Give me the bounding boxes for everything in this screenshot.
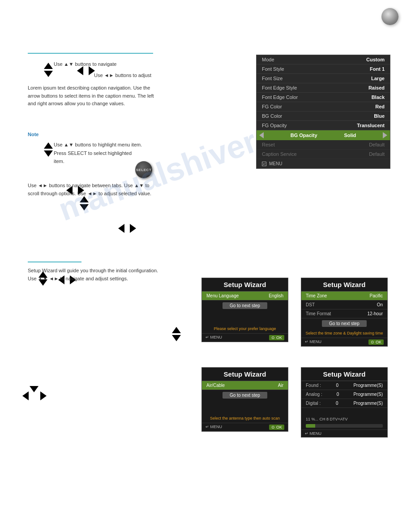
wizard4-found-label: Found : <box>306 383 321 388</box>
panel-row-caption-service: Caption Service Default <box>257 150 390 159</box>
font-edge-color-value: Black <box>372 94 385 100</box>
watermark: manualshiver <box>54 122 261 228</box>
wizard2-dst-value: On <box>377 302 383 307</box>
wizard4-found-value: 0 <box>336 383 338 388</box>
bg-opacity-value: Solid <box>344 133 356 138</box>
wizard4-digital-label: Digital : <box>306 401 321 406</box>
fg-color-value: Red <box>375 104 385 109</box>
wizard3-aircable-value: Air <box>278 383 283 388</box>
wizard4-analog-value: 0 <box>337 392 339 397</box>
wizard4-scan-info: 11 %... CH 8 DTV+ATV <box>301 416 387 422</box>
font-style-value: Font 1 <box>370 66 385 72</box>
wizard2-row-timezone: Time Zone Pacific <box>301 292 387 300</box>
arrow-right-5 <box>40 391 47 400</box>
wizard1-next-button[interactable]: Go to next step <box>223 302 267 309</box>
arrow-up-1 <box>44 63 53 69</box>
wizard1-ok-button[interactable]: ⊙ OK <box>269 335 284 340</box>
wizard4-digital-value: 0 <box>336 401 338 406</box>
wizard3-footer-menu: ↵ MENU <box>206 425 222 430</box>
bg-opacity-arrow-right[interactable] <box>383 132 387 138</box>
wizard4-row-digital: Digital : 0 Programme(S) <box>301 399 387 408</box>
arrow-down-5 <box>172 335 181 341</box>
section1-sublink[interactable]: Note <box>28 132 39 137</box>
wizard2-timeformat-value: 12-hour <box>368 311 383 316</box>
wizard1-language-value: English <box>269 293 283 298</box>
arrow-down-2 <box>44 150 53 157</box>
mode-value: Custom <box>366 57 385 62</box>
caption-service-value: Default <box>369 151 385 157</box>
panel-row-bg-color: BG Color Blue <box>257 112 390 121</box>
fg-opacity-value: Translucent <box>357 123 385 128</box>
fg-color-label: FG Color <box>262 104 282 109</box>
caption-service-label: Caption Service <box>262 151 297 157</box>
wizard2-row-timeformat: Time Format 12-hour <box>301 309 387 318</box>
wizard2-timeformat-label: Time Format <box>306 311 331 316</box>
wizard4-found-suffix: Programme(S) <box>353 383 383 388</box>
section1-text2: Use ◄► buttons to adjust <box>94 72 151 79</box>
wizard4-analog-label: Analog : <box>306 392 322 397</box>
section1-text3: Use ▲▼ buttons to highlight menu item. P… <box>54 141 143 166</box>
panel-menu-bar: ↵ MENU <box>257 159 390 168</box>
wizard3-btn-row: Go to next step <box>202 390 288 400</box>
menu-label: MENU <box>269 161 282 166</box>
arrow-down-6 <box>30 386 39 392</box>
bg-opacity-arrow-left[interactable] <box>259 132 264 138</box>
caption-settings-panel: Mode Custom Font Style Font 1 Font Size … <box>256 55 390 169</box>
panel-row-fg-color: FG Color Red <box>257 102 390 112</box>
bg-opacity-label: BG Opacity <box>291 133 317 138</box>
panel-row-font-edge-style: Font Edge Style Raised <box>257 83 390 93</box>
wizard2-footer-menu: ↵ MENU <box>305 339 321 345</box>
panel-row-font-style: Font Style Font 1 <box>257 64 390 74</box>
wizard1-language-label: Menu Language <box>206 293 239 298</box>
panel-row-reset: Reset Default <box>257 140 390 150</box>
wizard3-footer: ↵ MENU ⊙ OK <box>202 423 288 431</box>
wizard2-row-dst: DST On <box>301 300 387 309</box>
font-size-value: Large <box>371 76 385 81</box>
reset-label: Reset <box>262 142 275 147</box>
panel-row-bg-opacity[interactable]: BG Opacity Solid <box>257 130 390 140</box>
wizard3-aircable-label: Air/Cable <box>206 383 225 388</box>
arrow-left-3 <box>118 224 124 233</box>
section1-body2: Use ◄► buttons to navigate between tabs.… <box>28 182 158 197</box>
wizard4-digital-suffix: Programme(S) <box>353 401 383 406</box>
wizard2-title: Setup Wizard <box>301 278 387 292</box>
wizard4-row-found: Found : 0 Programme(S) <box>301 381 387 390</box>
wizard1-row-language: Menu Language English <box>202 292 288 300</box>
wizard2-next-button[interactable]: Go to next step <box>322 320 367 327</box>
wizard4-analog-suffix: Programme(S) <box>353 392 383 397</box>
wizard3-next-button[interactable]: Go to next step <box>223 392 267 399</box>
wizard4-scan-bar <box>306 424 383 428</box>
wizard4-title: Setup Wizard <box>301 368 387 381</box>
wizard1-btn-row: Go to next step <box>202 300 288 311</box>
arrow-right-3 <box>130 224 136 233</box>
wizard4-scan-fill <box>306 424 315 428</box>
bg-color-label: BG Color <box>262 113 282 119</box>
wizard3-info: Select the antenna type then auto scan <box>202 414 288 423</box>
panel-row-mode: Mode Custom <box>257 55 390 64</box>
wizard1-title: Setup Wizard <box>202 278 288 292</box>
wizard4-row-analog: Analog : 0 Programme(S) <box>301 390 387 399</box>
bg-color-value: Blue <box>374 113 385 119</box>
wizard1-footer: ↵ MENU ⊙ OK <box>202 333 288 342</box>
wizard1-footer-menu: ↵ MENU <box>206 335 222 340</box>
section-line-1 <box>28 53 153 54</box>
arrow-up-2 <box>44 142 53 149</box>
font-edge-color-label: Font Edge Color <box>262 94 298 100</box>
wizard3-ok-button[interactable]: ⊙ OK <box>269 425 284 430</box>
wizard-panel-1: Setup Wizard Menu Language English Go to… <box>201 278 288 342</box>
panel-row-fg-opacity: FG Opacity Translucent <box>257 121 390 130</box>
menu-icon: ↵ <box>262 162 266 166</box>
font-style-label: Font Style <box>262 66 284 72</box>
section-line-2 <box>28 262 81 262</box>
wizard2-ok-button[interactable]: ⊙ OK <box>368 339 384 345</box>
wizard-panel-2: Setup Wizard Time Zone Pacific DST On Ti… <box>301 278 388 347</box>
fg-opacity-label: FG Opacity <box>262 123 287 128</box>
section1-text1: Use ▲▼ buttons to navigate <box>54 60 116 69</box>
arrow-left-5 <box>22 391 29 400</box>
arrow-down-3 <box>80 204 89 210</box>
section1-body: Lorem ipsum text describing caption navi… <box>28 84 162 108</box>
wizard4-footer-menu: ↵ MENU <box>305 431 321 436</box>
mode-label: Mode <box>262 57 274 62</box>
arrow-up-5 <box>172 327 181 333</box>
wizard2-timezone-label: Time Zone <box>306 293 327 298</box>
